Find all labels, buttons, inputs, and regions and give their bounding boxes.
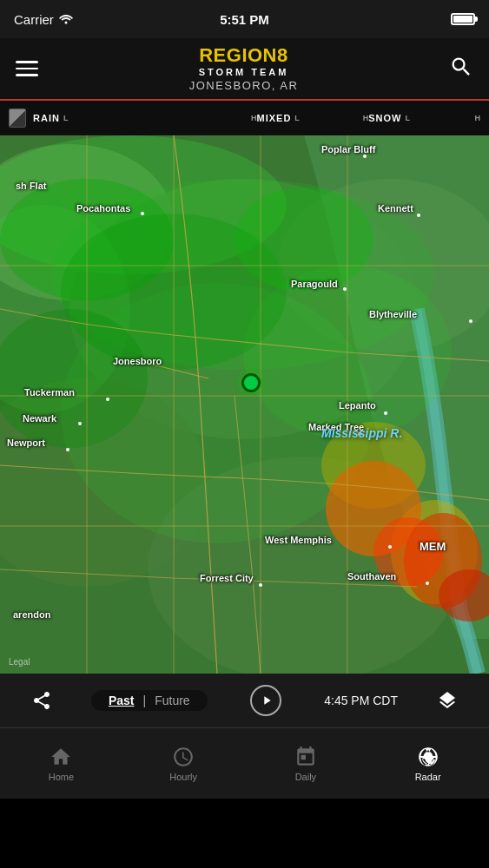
status-bar-right [451,13,475,25]
hourly-icon [172,746,195,768]
search-icon [449,55,473,79]
layers-icon [437,690,458,711]
snow-high: H [475,114,481,122]
location-label: JONESBORO, AR [49,79,439,92]
bottom-navigation: Home Hourly Daily Radar [0,727,489,799]
nav-radar-label: Radar [415,772,441,782]
snow-label: SNOW [368,113,401,123]
radar-controls-bar: Past | Future 4:45 PM CDT [0,674,489,727]
past-button[interactable]: Past [103,694,140,707]
rain-label: RAIN [33,113,60,123]
legend-rain-section: RAIN L H [33,113,257,123]
legal-text: Legal [9,657,30,667]
location-pin [241,373,261,392]
layers-button[interactable] [432,685,463,716]
nav-radar[interactable]: Radar [367,739,489,789]
mixed-low: L [294,114,300,122]
future-button[interactable]: Future [149,694,195,707]
radar-legend: RAIN L H MIXED L H SNOW L H [0,99,489,135]
share-icon [31,690,52,711]
carrier-label: Carrier [14,12,54,27]
legend-key [9,108,26,128]
nav-daily-label: Daily [295,772,316,782]
legend-mixed-section: MIXED L H [257,113,369,123]
radar-nav-icon [417,746,439,768]
time-divider: | [140,694,150,707]
nav-hourly-label: Hourly [169,772,197,782]
brand-name: REGION8 [49,45,439,66]
brand-subtitle: STORM TEAM [49,67,439,77]
menu-button[interactable] [16,61,38,76]
daily-icon [294,746,317,768]
share-button[interactable] [26,685,57,716]
svg-point-21 [373,517,443,587]
mississippi-river-label: Mississippi R. [321,426,402,440]
mixed-label: MIXED [257,113,292,123]
home-icon [50,746,72,768]
search-button[interactable] [449,55,473,82]
nav-daily[interactable]: Daily [245,739,367,789]
play-icon [260,694,274,707]
nav-home[interactable]: Home [0,739,122,789]
radar-time-display: 4:45 PM CDT [324,694,398,707]
rain-low: L [63,114,69,122]
svg-point-0 [64,22,67,24]
app-header: REGION8 STORM TEAM JONESBORO, AR [0,38,489,99]
nav-home-label: Home [49,772,74,782]
battery-icon [451,13,475,25]
time-controls: Past | Future [91,690,208,711]
radar-map[interactable]: Poplar Bluff Pocahontas sh Flat Kennett … [0,135,489,674]
header-center: REGION8 STORM TEAM JONESBORO, AR [49,45,439,91]
wifi-icon [59,14,73,24]
status-bar-time: 5:51 PM [220,12,269,27]
map-background [0,135,489,674]
status-bar-left: Carrier [14,12,73,27]
nav-hourly[interactable]: Hourly [122,739,245,789]
svg-point-15 [235,187,373,292]
legend-snow-section: SNOW L H [368,113,480,123]
status-bar: Carrier 5:51 PM [0,0,489,38]
snow-low: L [405,114,410,122]
play-button[interactable] [250,685,281,716]
